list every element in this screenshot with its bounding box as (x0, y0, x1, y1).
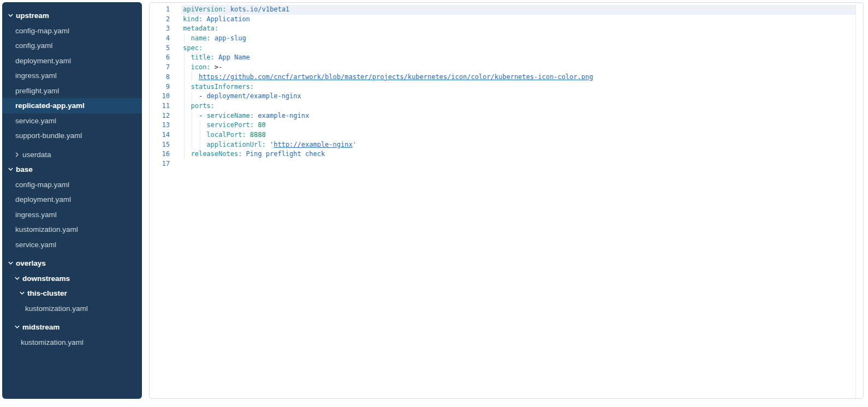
indent-guide (184, 149, 185, 159)
indent-guide (192, 130, 192, 140)
sidebar-item-preflight-yaml[interactable]: preflight.yaml (2, 83, 142, 99)
token-k: kind: (183, 15, 203, 23)
sidebar-item-replicated-app-yaml[interactable]: replicated-app.yaml (2, 98, 142, 113)
sidebar-item-config-yaml[interactable]: config.yaml (2, 38, 142, 53)
indent-guide (192, 111, 192, 121)
tree-file-label: kustomization.yaml (15, 225, 78, 234)
tree-file-label: kustomization.yaml (25, 304, 88, 313)
tree-file-label: ingress.yaml (15, 71, 57, 80)
token-k: statusInformers: (191, 83, 254, 91)
code-line[interactable]: 10 - deployment/example-nginx (150, 92, 863, 101)
token-v: Application (206, 15, 249, 23)
sidebar-item-config-map-yaml[interactable]: config-map.yaml (2, 177, 142, 193)
token-n: 80 (258, 121, 265, 129)
code-line[interactable]: 13 servicePort: 80 (150, 121, 863, 130)
file-tree-sidebar: upstreamconfig-map.yamlconfig.yamldeploy… (2, 2, 142, 399)
tree-folder-label: this-cluster (27, 289, 67, 297)
yaml-editor[interactable]: 1apiVersion: kots.io/v1beta12kind: Appli… (149, 2, 864, 399)
code-line-content: - deployment/example-nginx (170, 92, 863, 101)
sidebar-item-kustomization-yaml[interactable]: kustomization.yaml (2, 335, 142, 350)
chevron-down-icon (14, 324, 20, 330)
token-s (183, 73, 199, 81)
sidebar-item-kustomization-yaml[interactable]: kustomization.yaml (2, 222, 142, 237)
sidebar-item-service-yaml[interactable]: service.yaml (2, 237, 142, 253)
tree-file-label: deployment.yaml (15, 57, 71, 65)
line-number: 16 (150, 149, 170, 159)
token-s (246, 131, 250, 139)
code-line[interactable]: 3metadata: (150, 24, 863, 34)
sidebar-item-ingress-yaml[interactable]: ingress.yaml (2, 68, 142, 83)
indent-guide (184, 92, 185, 101)
token-k: releaseNotes: (191, 150, 242, 158)
code-line-content (170, 159, 863, 169)
indent-guide (184, 111, 185, 121)
line-number: 5 (150, 44, 170, 53)
sidebar-item-deployment-yaml[interactable]: deployment.yaml (2, 53, 142, 69)
indent-guide (184, 121, 185, 130)
token-v: ' (353, 141, 356, 148)
code-line[interactable]: 9 statusInformers: (150, 82, 863, 92)
code-line-content: kind: Application (170, 15, 863, 25)
tree-folder-label: base (16, 165, 33, 173)
indent-guide (184, 140, 185, 150)
code-line-content: localPort: 8888 (170, 130, 863, 140)
code-line[interactable]: 17 (150, 159, 863, 169)
sidebar-item-base[interactable]: base (2, 162, 142, 177)
sidebar-item-overlays[interactable]: overlays (2, 256, 142, 271)
indent-guide (192, 140, 192, 150)
token-l[interactable]: http://example-nginx (274, 141, 353, 148)
token-s (183, 112, 199, 119)
sidebar-item-userdata[interactable]: userdata (2, 147, 142, 163)
line-number: 8 (150, 73, 170, 82)
tree-folder-label: downstreams (22, 274, 70, 283)
tree-file-label: kustomization.yaml (21, 338, 84, 346)
code-line[interactable]: 6 title: App Name (150, 53, 863, 63)
code-line[interactable]: 4 name: app-slug (150, 34, 863, 44)
code-line[interactable]: 14 localPort: 8888 (150, 130, 863, 140)
tree-file-label: deployment.yaml (15, 195, 71, 204)
code-line-content: icon: >- (170, 63, 863, 73)
sidebar-item-this-cluster[interactable]: this-cluster (2, 286, 142, 301)
code-line[interactable]: 2kind: Application (150, 15, 863, 25)
code-line[interactable]: 1apiVersion: kots.io/v1beta1 (150, 5, 863, 15)
token-k: localPort: (206, 131, 246, 139)
token-v: app-slug (215, 34, 246, 42)
chevron-down-icon (8, 166, 14, 172)
tree-folder-label: overlays (16, 259, 46, 267)
token-k: name: (191, 34, 210, 42)
sidebar-item-service-yaml[interactable]: service.yaml (2, 113, 142, 129)
code-line[interactable]: 11 ports: (150, 101, 863, 111)
sidebar-item-deployment-yaml[interactable]: deployment.yaml (2, 192, 142, 207)
indent-guide (192, 121, 192, 130)
code-line[interactable]: 7 icon: >- (150, 63, 863, 73)
tree-file-label: service.yaml (15, 241, 56, 249)
token-k: spec: (183, 44, 203, 52)
indent-guide (184, 53, 185, 63)
line-number: 15 (150, 140, 170, 150)
line-number: 10 (150, 92, 170, 101)
indent-guide (192, 92, 192, 101)
sidebar-item-kustomization-yaml[interactable]: kustomization.yaml (2, 301, 142, 316)
tree-file-label: service.yaml (15, 117, 56, 125)
code-line[interactable]: 5spec: (150, 44, 863, 53)
code-line[interactable]: 16 releaseNotes: Ping preflight check (150, 149, 863, 159)
line-number: 1 (150, 5, 170, 15)
code-line[interactable]: 8 https://github.com/cncf/artwork/blob/m… (150, 73, 863, 82)
sidebar-item-ingress-yaml[interactable]: ingress.yaml (2, 207, 142, 223)
indent-guide (184, 130, 185, 140)
sidebar-item-downstreams[interactable]: downstreams (2, 271, 142, 286)
sidebar-item-config-map-yaml[interactable]: config-map.yaml (2, 23, 142, 39)
chevron-down-icon (19, 290, 25, 296)
indent-guide (184, 101, 185, 111)
tree-file-label: support-bundle.yaml (15, 131, 82, 140)
code-line[interactable]: 15 applicationUrl: 'http://example-nginx… (150, 140, 863, 150)
chevron-down-icon (8, 260, 14, 266)
line-number: 11 (150, 101, 170, 111)
token-l[interactable]: https://github.com/cncf/artwork/blob/mas… (199, 73, 593, 81)
sidebar-item-midstream[interactable]: midstream (2, 320, 142, 335)
code-line[interactable]: 12 - serviceName: example-nginx (150, 111, 863, 121)
line-number: 14 (150, 130, 170, 140)
sidebar-item-support-bundle-yaml[interactable]: support-bundle.yaml (2, 128, 142, 143)
sidebar-item-upstream[interactable]: upstream (2, 8, 142, 23)
tree-folder-label: midstream (22, 323, 60, 331)
